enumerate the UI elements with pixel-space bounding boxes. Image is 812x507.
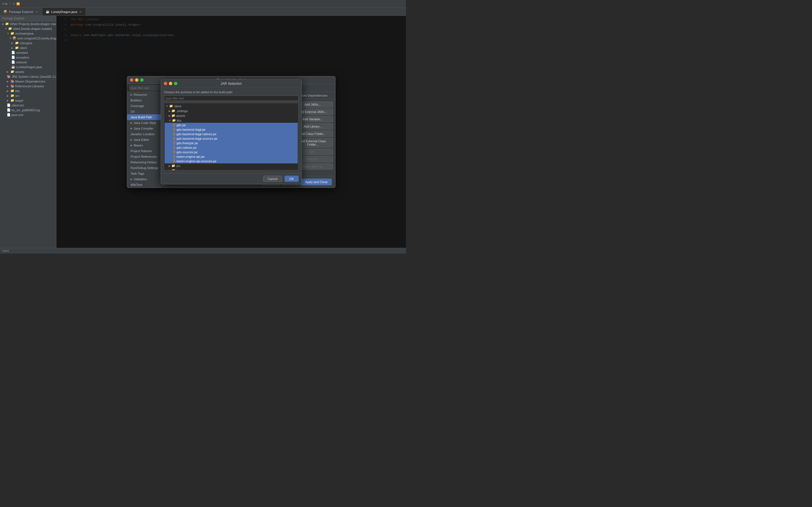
- tree-item-c2engine[interactable]: ▶ 📁 c2engine: [0, 41, 56, 45]
- folder-icon: 📁: [5, 22, 9, 25]
- jar-tree-assets[interactable]: ▶ 📁 assets: [165, 113, 298, 118]
- tree-item-hs-err[interactable]: 📄 hs_err_pid85805.log: [0, 108, 56, 112]
- tab-lonely-dragon-label: LonelyDragon.java: [51, 10, 77, 13]
- jar-item-gdx-backend-lwjgl[interactable]: 🗄 gdx-backend-lwjgl.jar: [165, 127, 298, 132]
- arrow-settings: ▶: [168, 109, 170, 112]
- ref-libs-icon: 📚: [10, 84, 14, 88]
- jar-item-gdx-sources[interactable]: 🗄 gdx-sources.jar: [165, 150, 298, 154]
- jar-dialog-body: Choose the archives to be added to the b…: [161, 88, 301, 173]
- jar-tree: ▼ 📁 client ▶ 📁 .settings: [164, 103, 299, 170]
- arrow-java-editor: ▶: [131, 138, 133, 141]
- jar-win-min[interactable]: [169, 82, 172, 85]
- package-icon: 📦: [12, 36, 16, 40]
- jar-backend-icon: 🗄: [172, 128, 175, 131]
- c2engine-icon: 📁: [15, 41, 19, 45]
- main-layout: Package Explorer ▶ 📁 Other Projects [lon…: [0, 16, 406, 248]
- tree-item-maven-deps[interactable]: ▶ 📚 Maven Dependencies: [0, 79, 56, 83]
- jar-gdx-natives-icon: 🗄: [172, 146, 175, 149]
- tree-item-client-pkg[interactable]: ▶ 📁 client: [0, 45, 56, 50]
- tree-item-src-dir[interactable]: ▶ 📁 src: [0, 93, 56, 98]
- package-explorer-sidebar: Package Explorer ▶ 📁 Other Projects [lon…: [0, 16, 56, 248]
- tree-item-package[interactable]: ▼ 📦 com.congcoil123.lonely.dragon: [0, 36, 56, 41]
- jar-tree-target[interactable]: ▶ 📁 target: [165, 168, 298, 170]
- tree-item-constant[interactable]: 📄 constant: [0, 50, 56, 55]
- pom-icon: 📄: [7, 113, 11, 117]
- arrow-package: ▼: [9, 37, 11, 40]
- jar-tree-client[interactable]: ▼ 📁 client: [165, 104, 298, 108]
- jar-cancel-button[interactable]: Cancel: [263, 176, 282, 182]
- jar-win-max[interactable]: [174, 82, 177, 85]
- arrow-target-jar: ▶: [168, 169, 170, 170]
- src-dir-icon: 📁: [10, 94, 14, 98]
- jar-item-tween-api-sources[interactable]: 🗄 tween-engine-api-sources.jar: [165, 159, 298, 163]
- arrow-src: ▼: [7, 32, 10, 35]
- jar-tween-sources-icon: 🗄: [172, 159, 175, 163]
- jar-selection-dialog: JAR Selection Choose the archives to be …: [161, 79, 302, 184]
- win-close-button[interactable]: [130, 78, 133, 82]
- jar-tree-src[interactable]: ▶ 📁 src: [165, 163, 298, 168]
- jar-gdx-sources-icon: 🗄: [172, 151, 175, 154]
- tree-item-jre[interactable]: 📚 JRE System Library [JavaSE-11]: [0, 74, 56, 79]
- jar-natives-icon: 🗄: [172, 132, 175, 136]
- jar-filter-input[interactable]: [164, 96, 299, 101]
- iml-icon: 📄: [7, 103, 11, 107]
- folder-target-icon: 📁: [171, 169, 175, 170]
- jar-titlebar: JAR Selection: [161, 80, 301, 88]
- tab-lonely-dragon[interactable]: ☕ LonelyDragon.java ✕: [42, 8, 86, 15]
- jar-ok-button[interactable]: OK: [285, 176, 299, 182]
- tree-item-ref-libs[interactable]: ▶ 📚 Referenced Libraries: [0, 83, 56, 89]
- jar-item-gdx[interactable]: 🗄 gdx.jar: [165, 123, 298, 127]
- window-controls: [130, 78, 144, 82]
- tree-item-other-projects[interactable]: ▶ 📁 Other Projects [lonely-dragon master…: [0, 21, 56, 26]
- arrow-client-pkg: ▶: [11, 47, 14, 49]
- arrow-client-jar: ▼: [166, 105, 168, 107]
- jar-win-close[interactable]: [164, 82, 167, 85]
- tree-item-src-main-java[interactable]: ▼ 📁 src/main/java: [0, 31, 56, 36]
- status-bar: client: [0, 248, 406, 253]
- tree-item-exception[interactable]: 📄 exception: [0, 55, 56, 60]
- jar-item-gdx-backend-sources[interactable]: 🗄 gdx-backend-lwjgl-sources.jar: [165, 136, 298, 141]
- jar-window-controls: [164, 82, 177, 85]
- log-icon: 📄: [7, 108, 11, 112]
- network-icon: 📄: [11, 60, 15, 64]
- arrow-assets: ▶: [168, 114, 170, 117]
- jar-tree-settings[interactable]: ▶ 📁 .settings: [165, 108, 298, 113]
- tab-lonely-dragon-close[interactable]: ✕: [79, 10, 82, 13]
- tree-item-target[interactable]: ▶ 📁 target: [0, 98, 56, 103]
- jar-item-gdx-backend-natives[interactable]: 🗄 gdx-backend-lwjgl-natives.jar: [165, 132, 298, 136]
- tab-package-explorer-label: Package Explorer: [9, 10, 34, 13]
- arrow-c2engine: ▶: [11, 42, 14, 45]
- jar-item-gdx-freetype[interactable]: 🗄 gdx-freetype.jar: [165, 141, 298, 145]
- jar-tree-libs[interactable]: ▼ 📁 libs: [165, 118, 298, 123]
- client-pkg-icon: 📁: [15, 46, 19, 50]
- tree-item-assets[interactable]: ▶ 📁 assets: [0, 69, 56, 74]
- arrow-other-projects: ▶: [2, 22, 4, 25]
- tab-package-explorer[interactable]: 📦 Package Explorer ✕: [0, 8, 42, 15]
- maven-icon: 📚: [10, 79, 14, 83]
- constant-icon: 📄: [11, 51, 15, 54]
- folder-src-icon: 📁: [171, 164, 175, 168]
- editor-area: 37 The MIT License 24 package com.congco…: [56, 16, 406, 248]
- java-file-icon: ☕: [46, 10, 50, 13]
- java-icon: ☕: [11, 65, 15, 69]
- tab-package-explorer-close[interactable]: ✕: [35, 10, 39, 13]
- apply-close-button[interactable]: Apply and Close: [301, 179, 332, 185]
- jar-gdx-icon: 🗄: [172, 123, 175, 127]
- jar-sources-icon: 🗄: [172, 137, 175, 140]
- win-max-button[interactable]: [140, 78, 144, 82]
- arrow-java-compiler: ▶: [131, 127, 133, 130]
- tree-item-network[interactable]: 📄 network: [0, 60, 56, 64]
- arrow-java-code-style: ▶: [131, 121, 133, 124]
- win-min-button[interactable]: [135, 78, 139, 82]
- tree-item-client-iml[interactable]: 📄 client.iml: [0, 103, 56, 108]
- dialog-overlay: Properties for client ▶ Resource: [56, 16, 406, 248]
- jar-item-gdx-natives[interactable]: 🗄 gdx-natives.jar: [165, 145, 298, 150]
- jar-dialog-title: JAR Selection: [220, 81, 242, 86]
- tree-item-pom[interactable]: 📄 pom.xml: [0, 112, 56, 117]
- jar-dialog-footer: Cancel OK: [161, 173, 301, 184]
- tree-item-libs[interactable]: ▶ 📁 libs: [0, 89, 56, 93]
- tree-item-client[interactable]: ▼ 📁 client [lonely-dragon master]: [0, 26, 56, 31]
- arrow-maven: ▶: [131, 144, 133, 147]
- jar-item-tween-api[interactable]: 🗄 tween-engine-api.jar: [165, 154, 298, 159]
- tree-item-lonely-dragon-java[interactable]: ☕ LonelyDragon.java: [0, 64, 56, 69]
